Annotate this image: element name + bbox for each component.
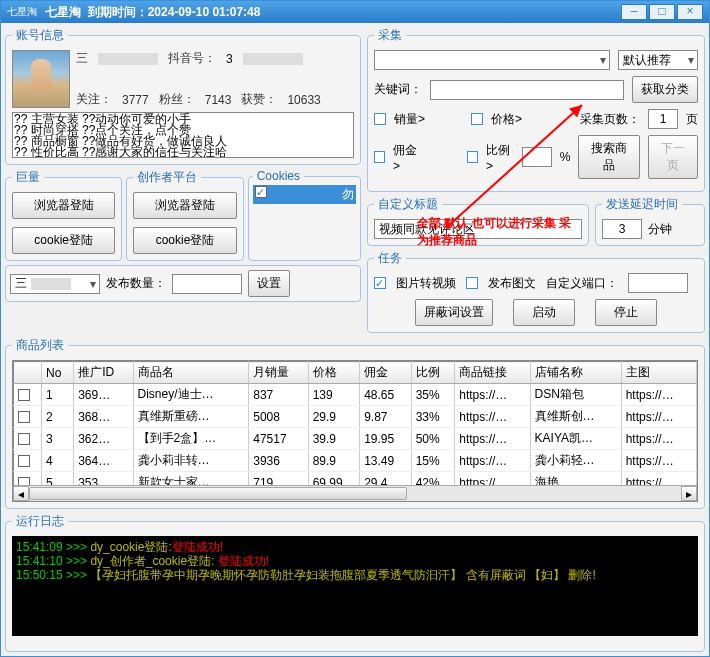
collect-category-combo[interactable] — [374, 50, 610, 70]
row-checkbox[interactable] — [18, 433, 30, 445]
log-box[interactable]: 15:41:09 >>> dy_cookie登陆:登陆成功!15:41:10 >… — [12, 536, 698, 636]
table-cell: 5008 — [249, 406, 308, 428]
collect-rec-combo[interactable]: 默认推荐 — [618, 50, 698, 70]
row-checkbox[interactable] — [18, 411, 30, 423]
commission-label: 佣金> — [393, 142, 421, 173]
horizontal-scrollbar[interactable]: ◂ ▸ — [13, 485, 697, 501]
log-line: 15:41:09 >>> dy_cookie登陆:登陆成功! — [16, 540, 694, 554]
table-row[interactable]: 4364…龚小莉非转…393689.913.4915%https://…龚小莉轻… — [14, 450, 697, 472]
table-header[interactable]: 商品名 — [133, 362, 249, 384]
table-cell: KAIYA凯… — [530, 428, 621, 450]
minimize-button[interactable]: – — [621, 4, 647, 20]
table-cell: 4 — [42, 450, 74, 472]
creator-panel: 创作者平台 浏览器登陆 cookie登陆 — [126, 169, 243, 261]
table-cell: 362… — [74, 428, 133, 450]
price-label: 价格> — [491, 111, 522, 128]
table-header[interactable]: 月销量 — [249, 362, 308, 384]
table-header[interactable]: 推广ID — [74, 362, 133, 384]
table-cell: 19.95 — [360, 428, 412, 450]
scroll-left-icon[interactable]: ◂ — [13, 486, 29, 501]
table-cell: 【到手2盒】… — [133, 428, 249, 450]
send-delay-unit: 分钟 — [648, 221, 672, 238]
dy-value: 3 — [226, 52, 233, 66]
product-table-scroll[interactable]: No推广ID商品名月销量价格佣金比例商品链接店铺名称主图 1369…Disney… — [12, 360, 698, 502]
giant-browser-login-button[interactable]: 浏览器登陆 — [12, 192, 115, 219]
table-cell: 29.9 — [308, 406, 360, 428]
table-header[interactable]: No — [42, 362, 74, 384]
table-header[interactable]: 比例 — [411, 362, 455, 384]
cookies-panel: Cookies 勿 — [248, 169, 361, 261]
shield-settings-button[interactable]: 屏蔽词设置 — [415, 299, 493, 326]
dy-masked — [243, 53, 303, 65]
creator-browser-login-button[interactable]: 浏览器登陆 — [133, 192, 236, 219]
send-delay-input[interactable] — [602, 219, 642, 239]
table-cell: 15% — [411, 450, 455, 472]
pic2vid-checkbox[interactable] — [374, 277, 386, 289]
table-header[interactable]: 商品链接 — [455, 362, 530, 384]
pages-input[interactable] — [648, 109, 678, 129]
keyword-input[interactable] — [430, 80, 624, 100]
pages-label: 采集页数： — [580, 111, 640, 128]
collect-legend: 采集 — [374, 27, 406, 44]
ratio-input[interactable] — [522, 147, 552, 167]
publish-set-button[interactable]: 设置 — [248, 270, 290, 297]
cookies-checkbox[interactable] — [255, 186, 267, 198]
maximize-button[interactable]: □ — [649, 4, 675, 20]
product-table: No推广ID商品名月销量价格佣金比例商品链接店铺名称主图 1369…Disney… — [13, 361, 697, 502]
custom-title-legend: 自定义标题 — [374, 196, 442, 213]
scrollbar-thumb[interactable] — [29, 487, 407, 500]
table-row[interactable]: 2368…真维斯重磅…500829.99.8733%https://…真维斯创…… — [14, 406, 697, 428]
table-header[interactable]: 佣金 — [360, 362, 412, 384]
table-header[interactable]: 店铺名称 — [530, 362, 621, 384]
task-panel: 任务 图片转视频 发布图文 自定义端口： 屏蔽词设置 启动 停止 — [367, 250, 705, 333]
table-cell: DSN箱包 — [530, 384, 621, 406]
nickname-label: 三 — [76, 50, 88, 67]
table-cell: https://… — [455, 384, 530, 406]
row-checkbox[interactable] — [18, 389, 30, 401]
app-title: 七星淘 — [45, 5, 81, 19]
fans-value: 7143 — [205, 93, 232, 107]
custom-title-panel: 自定义标题 — [367, 196, 589, 246]
publish-row: 三 发布数量： 设置 — [5, 265, 361, 302]
price-checkbox[interactable] — [471, 113, 483, 125]
follow-value: 3777 — [122, 93, 149, 107]
table-row[interactable]: 1369…Disney/迪士…83713948.6535%https://…DS… — [14, 384, 697, 406]
cookies-item[interactable]: 勿 — [253, 185, 356, 204]
cookies-label — [267, 186, 342, 200]
publish-count-input[interactable] — [172, 274, 242, 294]
sales-checkbox[interactable] — [374, 113, 386, 125]
table-header[interactable]: 价格 — [308, 362, 360, 384]
send-delay-legend: 发送延迟时间 — [602, 196, 682, 213]
giant-cookie-login-button[interactable]: cookie登陆 — [12, 227, 115, 254]
get-category-button[interactable]: 获取分类 — [632, 76, 698, 103]
table-cell: 47517 — [249, 428, 308, 450]
next-page-button[interactable]: 下一页 — [648, 135, 698, 179]
task-legend: 任务 — [374, 250, 406, 267]
close-button[interactable]: × — [677, 4, 703, 20]
port-label: 自定义端口： — [546, 275, 618, 292]
creator-cookie-login-button[interactable]: cookie登陆 — [133, 227, 236, 254]
table-cell: https://… — [621, 450, 696, 472]
bio-list[interactable]: ?? 主营女装 ??动动你可爱的小手 ?? 时尚穿搭 ??点个关注，点个赞 ??… — [12, 112, 354, 158]
app-logo: 七星淘 — [7, 5, 37, 19]
table-cell: https://… — [455, 428, 530, 450]
stop-button[interactable]: 停止 — [595, 299, 657, 326]
custom-title-input[interactable] — [374, 219, 582, 239]
account-legend: 账号信息 — [12, 27, 68, 44]
table-header[interactable]: 主图 — [621, 362, 696, 384]
commission-checkbox[interactable] — [374, 151, 385, 163]
table-cell: 48.65 — [360, 384, 412, 406]
giant-panel: 巨量 浏览器登陆 cookie登陆 — [5, 169, 122, 261]
row-checkbox[interactable] — [18, 455, 30, 467]
log-panel: 运行日志 15:41:09 >>> dy_cookie登陆:登陆成功!15:41… — [5, 513, 705, 652]
start-button[interactable]: 启动 — [513, 299, 575, 326]
table-cell: 39.9 — [308, 428, 360, 450]
pct-label: % — [560, 150, 571, 164]
port-input[interactable] — [628, 273, 688, 293]
pub-pic-checkbox[interactable] — [466, 277, 478, 289]
publish-account-combo[interactable]: 三 — [10, 274, 100, 294]
ratio-checkbox[interactable] — [467, 151, 478, 163]
scroll-right-icon[interactable]: ▸ — [681, 486, 697, 501]
table-row[interactable]: 3362…【到手2盒】…4751739.919.9550%https://…KA… — [14, 428, 697, 450]
search-product-button[interactable]: 搜索商品 — [578, 135, 639, 179]
